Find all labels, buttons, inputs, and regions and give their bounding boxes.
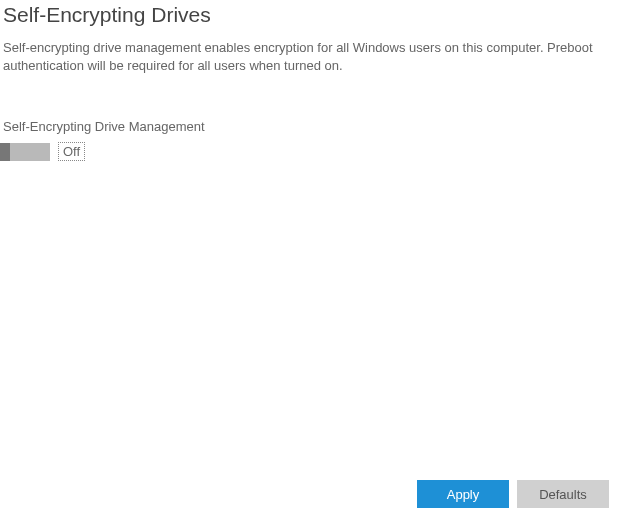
description-text: Self-encrypting drive management enables… — [0, 27, 617, 74]
page-title: Self-Encrypting Drives — [0, 0, 617, 27]
section-label: Self-Encrypting Drive Management — [0, 74, 617, 134]
button-bar: Apply Defaults — [417, 480, 609, 508]
defaults-button[interactable]: Defaults — [517, 480, 609, 508]
sed-management-toggle[interactable] — [0, 143, 50, 161]
toggle-row: Off — [0, 134, 617, 161]
toggle-state-label: Off — [58, 142, 85, 161]
toggle-handle — [0, 143, 10, 161]
apply-button[interactable]: Apply — [417, 480, 509, 508]
